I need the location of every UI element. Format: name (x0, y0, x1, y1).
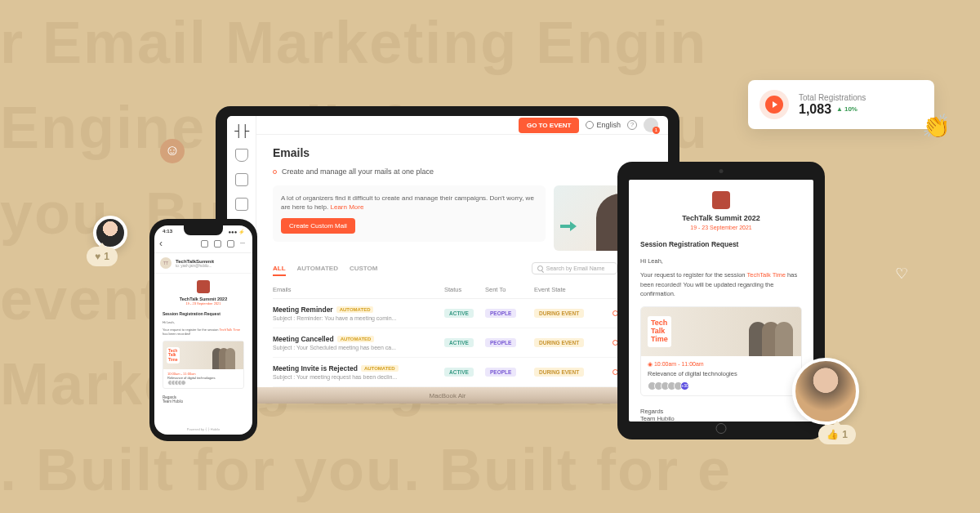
heart-icon: ♡ (895, 265, 908, 283)
attendee-avatars: +30 (648, 381, 795, 390)
reg-value: 1,083 (799, 102, 831, 117)
home-icon[interactable] (235, 149, 248, 162)
event-title: TechTalk Summit 2022 (640, 214, 802, 222)
tab-custom[interactable]: CUSTOM (350, 265, 378, 272)
learn-more-link[interactable]: Learn More (331, 203, 364, 211)
more-icon[interactable]: ⋯ (240, 240, 247, 248)
session-badge: TechTalkTime (648, 316, 671, 347)
help-icon[interactable]: ? (627, 120, 637, 130)
language-switcher[interactable]: English (586, 121, 621, 129)
thumb-bubble: 👍 1 (818, 425, 856, 444)
page-title: Emails (273, 146, 652, 159)
topbar: GO TO EVENT English ? (256, 116, 668, 135)
mail-toolbar: ‹ ⋯ (154, 236, 252, 253)
promo-card: A lot of organizers find it difficult to… (273, 185, 546, 242)
event-dates: 19 - 23 September 2021 (640, 225, 802, 230)
clap-emoji: 👏 (922, 113, 951, 140)
calendar-icon[interactable] (235, 198, 248, 211)
table-row[interactable]: Meeting Cancelled AUTOMATEDSubject : You… (273, 328, 652, 358)
floating-avatar-2 (792, 358, 859, 425)
mail-icon[interactable] (227, 240, 234, 248)
session-topic: Relevance of digital technologies (648, 370, 795, 377)
app-logo[interactable]: ┤├ (235, 124, 248, 137)
archive-icon[interactable] (201, 240, 208, 248)
go-to-event-button[interactable]: GO TO EVENT (519, 118, 580, 133)
section-title: Session Registration Request (640, 240, 802, 248)
signoff: RegardsTeam Hubilo (640, 408, 802, 422)
doc-icon[interactable] (235, 173, 248, 186)
table-row[interactable]: Meeting Invite is Rejected AUTOMATEDSubj… (273, 358, 652, 387)
back-button[interactable]: ‹ (159, 238, 163, 249)
email-body: Hi Leah, Your request to register for th… (640, 256, 802, 298)
home-button[interactable] (716, 423, 727, 434)
email-tabs: ALL AUTOMATED CUSTOM (273, 265, 377, 272)
reg-label: Total Registrations (799, 93, 866, 102)
page-subtitle: Create and manage all your mails at one … (273, 167, 652, 176)
signoff: RegardsTeam Hubilo (163, 395, 244, 404)
tab-automated[interactable]: AUTOMATED (297, 265, 338, 272)
tab-all[interactable]: ALL (273, 265, 286, 272)
create-custom-mail-button[interactable]: Create Custom Mail (281, 218, 355, 234)
trash-icon[interactable] (214, 240, 221, 248)
search-input[interactable]: Search by Email Name (532, 262, 617, 274)
profile-avatar[interactable] (644, 118, 658, 132)
reg-delta: 10% (836, 105, 858, 113)
event-logo (197, 280, 210, 293)
table-row[interactable]: Meeting Reminder AUTOMATEDSubject : Remi… (273, 299, 652, 328)
phone-device: 4:13●●● ⚡ ‹ ⋯ TT TechTalkSummitto: yash.… (149, 219, 257, 441)
session-time: ◉ 10:00am - 11:00am (648, 361, 795, 368)
sender-row[interactable]: TT TechTalkSummitto: yash.jain@hubilo... (154, 253, 252, 274)
video-icon (760, 90, 789, 119)
registrations-card: Total Registrations 1,08310% (748, 80, 934, 129)
email-body: Hi Leah, Your request to register for th… (163, 320, 244, 337)
event-logo (712, 191, 730, 209)
search-icon (537, 265, 543, 271)
session-card[interactable]: TechTalkTime ◉ 10:00am - 11:00am Relevan… (640, 306, 802, 396)
like-bubble: ♥ 1 (87, 247, 118, 266)
laptop-device: ┤├ GO TO EVENT English ? Emails Create a… (216, 106, 679, 417)
powered-by: Powered by ┤├ Hubilo (154, 427, 252, 431)
session-card[interactable]: TechTalkTime 10:00am - 11:00am Relevance… (163, 341, 244, 389)
globe-icon (586, 121, 594, 129)
table-header: Emails Status Sent To Event State (273, 281, 652, 299)
smiley-badge (160, 139, 185, 163)
